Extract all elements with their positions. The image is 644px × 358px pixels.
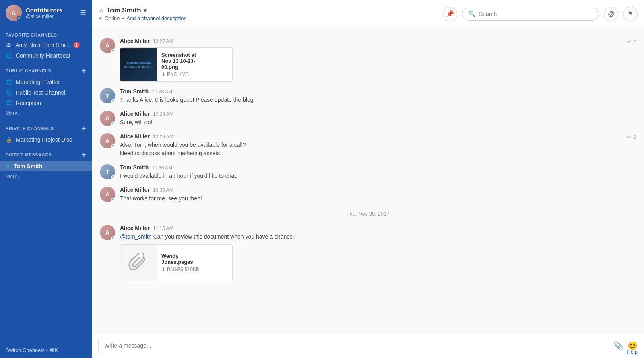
unread-badge: 1 xyxy=(73,42,80,48)
message-time: 10:27 AM xyxy=(153,39,173,44)
reply-icon: ↩ xyxy=(627,39,632,45)
at-icon: @ xyxy=(608,10,614,18)
message-content: Tom Smith 10:28 AM Thanks Alice, this lo… xyxy=(120,88,636,104)
avatar: A xyxy=(100,38,115,53)
message-group: T Tom Smith 10:28 AM Thanks Alice, this … xyxy=(92,85,644,107)
sidebar-handle: @alice.miller xyxy=(26,14,76,19)
message-content: Alice Miller 10:27 AM Wargaming Switches… xyxy=(120,38,636,82)
online-dot xyxy=(111,49,115,53)
online-indicator-icon: ✦ xyxy=(6,163,10,169)
flag-icon: ⚑ xyxy=(627,10,633,18)
chat-name: Tom Smith xyxy=(106,6,141,14)
messages-container: A Alice Miller 10:27 AM Wargaming Switch… xyxy=(92,28,644,333)
help-link[interactable]: Help xyxy=(627,349,638,355)
reply-number: 2 xyxy=(633,39,636,45)
search-input[interactable] xyxy=(479,11,593,17)
download-icon[interactable]: ⬇ xyxy=(161,267,165,272)
date-divider: Thu, Nov 30, 2017 xyxy=(92,206,644,222)
message-header: Tom Smith 10:28 AM xyxy=(120,88,636,95)
message-time: 10:30 AM xyxy=(152,165,172,171)
file-thumbnail: Wargaming Switchesfrom Slack to Matterm.… xyxy=(120,48,157,81)
public-channels-more[interactable]: More... xyxy=(0,108,92,118)
reply-icon: ↩ xyxy=(627,134,632,140)
private-channels-section: PRIVATE CHANNELS + xyxy=(0,118,92,134)
sidebar-item-tom-smith[interactable]: ✦ Tom Smith xyxy=(0,161,92,171)
message-text: I would available in an hour if you'd li… xyxy=(120,172,636,180)
avatar: A xyxy=(100,187,115,202)
pin-button[interactable]: 📌 xyxy=(443,7,457,21)
message-header: Alice Miller 10:30 AM xyxy=(120,187,636,193)
reply-count[interactable]: ↩ 2 xyxy=(627,39,636,45)
switch-channels-footer[interactable]: Switch Channels - ⌘K xyxy=(0,342,92,358)
dm-more[interactable]: More... xyxy=(0,171,92,181)
message-author: Alice Miller xyxy=(120,38,150,44)
reply-number: 2 xyxy=(633,134,636,140)
sidebar-item-community-heartbeat[interactable]: 🌐 Community Heartbeat xyxy=(0,50,92,61)
online-dot xyxy=(111,236,115,240)
avatar: T xyxy=(100,88,115,103)
globe-icon: 🌐 xyxy=(6,52,12,59)
sidebar-header: A Contributors @alice.miller ☰ xyxy=(0,0,92,26)
divider-line-left xyxy=(100,214,342,214)
message-author: Alice Miller xyxy=(120,133,150,140)
sidebar-username: Contributors xyxy=(26,7,76,14)
sidebar-item-label: Tom Smith xyxy=(14,163,42,169)
add-public-channel-icon[interactable]: + xyxy=(82,67,86,74)
avatar: T xyxy=(100,164,115,179)
sidebar-avatar: A xyxy=(6,5,22,21)
download-icon[interactable]: ⬇ xyxy=(161,72,165,77)
message-author: Alice Miller xyxy=(120,225,150,231)
message-group: A Alice Miller 10:28 AM Sure, will do! xyxy=(92,107,644,130)
message-group: A Alice Miller 10:30 AM That works for m… xyxy=(92,183,644,206)
sidebar-item-marketing-twitter[interactable]: 🌐 Marketing: Twitter xyxy=(0,77,92,87)
separator: • xyxy=(122,15,124,21)
online-dot-icon: ✦ xyxy=(98,16,102,21)
message-author: Alice Miller xyxy=(120,111,150,117)
sidebar-item-marketing-project-disc[interactable]: 🔒 Marketing Project Disc xyxy=(0,134,92,145)
message-input[interactable] xyxy=(98,338,609,353)
message-group: A Alice Miller 11:15 AM @tom_smith Can y… xyxy=(92,222,644,284)
search-bar[interactable]: 🔍 xyxy=(462,8,599,21)
message-header: Tom Smith 10:30 AM xyxy=(120,164,636,171)
reply-count[interactable]: ↩ 2 xyxy=(627,134,636,140)
header-actions: 📌 🔍 @ ⚑ xyxy=(443,7,638,21)
message-text: That works for me, see you then! xyxy=(120,194,636,203)
avatar: A xyxy=(100,225,115,240)
add-private-channel-icon[interactable]: + xyxy=(82,125,86,132)
sidebar-item-label: Public Test Channel xyxy=(16,89,65,96)
message-group: A Alice Miller 10:29 AM Also, Tom, when … xyxy=(92,130,644,161)
hamburger-menu-icon[interactable]: ☰ xyxy=(80,8,86,17)
channel-description-hint[interactable]: Add a channel description xyxy=(126,15,187,21)
star-icon[interactable]: ☆ xyxy=(98,7,104,14)
message-text: Sure, will do! xyxy=(120,118,636,127)
message-content: Tom Smith 10:30 AM I would available in … xyxy=(120,164,636,180)
message-header: Alice Miller 11:15 AM xyxy=(120,225,636,231)
sidebar-item-reception[interactable]: 🌐 Reception xyxy=(0,98,92,108)
divider-line-right xyxy=(394,214,636,214)
file-info: Screenshot atNov 13 10-23-00.png ⬇ PNG 1… xyxy=(157,48,201,81)
attachment-icon[interactable]: 📎 xyxy=(613,341,623,350)
flag-button[interactable]: ⚑ xyxy=(623,7,638,21)
chat-subtitle: ✦ Online • Add a channel description xyxy=(98,15,438,21)
chevron-down-icon[interactable]: ▾ xyxy=(144,7,147,14)
sidebar: A Contributors @alice.miller ☰ FAVORITE … xyxy=(0,0,92,358)
message-text-after-mention: Can you review this document when you ha… xyxy=(153,233,296,240)
message-time: 11:15 AM xyxy=(153,226,173,231)
add-dm-icon[interactable]: + xyxy=(82,151,86,158)
file-attachment[interactable]: Wargaming Switchesfrom Slack to Matterm.… xyxy=(120,47,233,82)
sidebar-item-public-test-channel[interactable]: 🌐 Public Test Channel xyxy=(0,87,92,98)
file-meta: ⬇ PAGES 510KB xyxy=(161,267,199,272)
message-time: 10:28 AM xyxy=(152,89,172,95)
chat-header: ☆ Tom Smith ▾ ✦ Online • Add a channel d… xyxy=(92,0,644,28)
mention-tag[interactable]: @tom_smith xyxy=(120,233,152,240)
sidebar-item-amy-blais[interactable]: 2 Amy Blais, Tom Smi... 1 xyxy=(0,40,92,50)
search-icon: 🔍 xyxy=(468,10,476,18)
message-text: @tom_smith Can you review this document … xyxy=(120,232,636,241)
message-author: Tom Smith xyxy=(120,164,149,171)
at-mention-button[interactable]: @ xyxy=(604,7,618,21)
file-type-size: PAGES 510KB xyxy=(167,267,199,272)
file-name: Screenshot atNov 13 10-23-00.png xyxy=(161,52,196,70)
file-attachment[interactable]: WendyJones.pages ⬇ PAGES 510KB xyxy=(120,244,233,281)
sidebar-item-label: Community Heartbeat xyxy=(16,52,70,59)
message-author: Alice Miller xyxy=(120,187,150,193)
